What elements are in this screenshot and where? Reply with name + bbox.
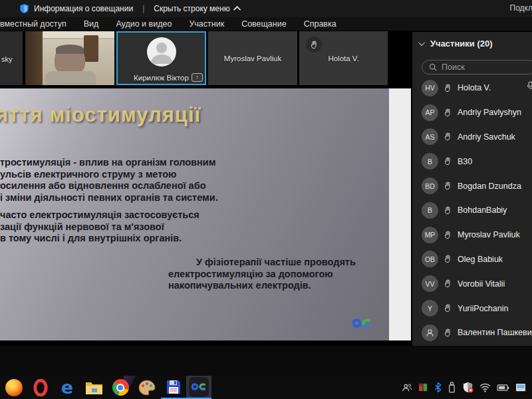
participant-avatar: B xyxy=(422,153,438,170)
slide-text-line: електростимуляцію за допомогою накопичув… xyxy=(168,269,362,292)
participant-name: Andriy Savchuk xyxy=(458,132,515,142)
participant-row[interactable]: Валентин Пашкевич xyxy=(412,321,532,345)
participant-row[interactable]: B B30 xyxy=(412,149,532,174)
participant-list: HV Holota V. AP xyxy=(412,76,532,345)
person-silhouette-icon xyxy=(147,37,176,66)
video-tile-partial[interactable]: sky xyxy=(0,31,23,85)
avatar-initials: BD xyxy=(425,182,435,190)
video-bg-ceiling xyxy=(43,31,114,39)
chevron-down-icon xyxy=(418,39,425,46)
slide-paragraph: тростимуляція - вплив на організм головн… xyxy=(0,157,218,203)
slide-title: яття міостимуляції xyxy=(0,103,201,127)
avatar-initials: B xyxy=(428,158,432,166)
participants-header[interactable]: Участники (20) xyxy=(420,39,493,49)
participant-row[interactable]: MP Myroslav Pavliuk xyxy=(412,223,532,247)
raised-hand-icon xyxy=(444,304,452,313)
person-hair xyxy=(56,45,84,54)
participant-name: YuriiPochanin xyxy=(458,304,508,313)
video-tile[interactable]: Myroslav Pavliuk xyxy=(208,31,297,85)
slide-text-line: ульсів електричного струму з метою xyxy=(0,169,218,181)
participant-name: Vorobii Vitalii xyxy=(458,279,505,289)
titlebar-separator: | xyxy=(142,4,144,13)
chrome-icon[interactable] xyxy=(108,376,133,399)
raised-hand-icon xyxy=(444,132,452,141)
mic-status-icon-clipped xyxy=(527,81,532,89)
slide-text-line: осилення або відновлення ослабленої або xyxy=(0,180,218,192)
participant-avatar: B xyxy=(422,202,438,219)
avatar-initials: AP xyxy=(425,108,434,116)
raised-hand-badge xyxy=(306,37,322,53)
meeting-info-button[interactable]: Информация о совещании xyxy=(34,4,133,13)
menu-item[interactable]: Совещание xyxy=(241,19,287,29)
paint-icon[interactable] xyxy=(134,376,160,399)
shared-presentation-slide: яття міостимуляції тростимуляція - вплив… xyxy=(0,88,389,340)
participant-row[interactable]: AP Andriy Pavlyshyn xyxy=(412,100,532,125)
menu-item[interactable]: Справка xyxy=(304,19,336,29)
wifi-icon[interactable] xyxy=(479,383,491,392)
slide-text-line: тростимуляція - вплив на організм головн… xyxy=(0,157,218,169)
video-tile-camera[interactable] xyxy=(25,31,114,85)
webex-app-icon[interactable] xyxy=(186,376,211,399)
slide-text-line: зації функцій нервової та м'язової xyxy=(0,221,200,233)
participant-avatar: HV xyxy=(422,80,438,96)
person-shoulders xyxy=(45,71,96,85)
menu-item[interactable]: Участник xyxy=(189,19,224,29)
slide-paragraph: часто електростимуляція застосовуєтьсяза… xyxy=(0,209,200,245)
display-icon[interactable] xyxy=(515,383,526,392)
slide-text-line: і зміни діяльності певних органів та сис… xyxy=(0,192,218,204)
opera-icon[interactable] xyxy=(28,376,53,399)
connection-status-label: Подключ xyxy=(510,3,532,13)
file-explorer-icon[interactable] xyxy=(81,376,106,399)
participant-avatar xyxy=(422,325,438,341)
usb-icon[interactable] xyxy=(448,382,456,393)
participant-name: Myroslav Pavliuk xyxy=(458,230,520,239)
meeting-control-bar: Включить микрофон Начать видео Совместны… xyxy=(0,346,532,376)
slide-paragraph: У фізіотерапії частіше проводять електро… xyxy=(168,257,362,292)
participant-avatar: AS xyxy=(422,128,438,145)
video-tile-active-speaker[interactable]: Кирилюк Віктор ↑ xyxy=(116,31,206,85)
defender-alert-icon[interactable] xyxy=(462,382,473,393)
participant-name: Валентин Пашкевич xyxy=(458,328,532,337)
menu-bar: вместный доступВидАудио и видеоУчастникС… xyxy=(0,17,532,31)
menu-item[interactable]: вместный доступ xyxy=(0,19,66,29)
video-tile-name: sky xyxy=(1,55,13,63)
window-titlebar: Информация о совещании | Скрыть строку м… xyxy=(0,0,532,17)
raised-hand-icon xyxy=(444,206,452,215)
shared-screen-white-margin xyxy=(389,88,411,340)
avatar-initials: Y xyxy=(428,305,432,313)
edge-icon[interactable]: e xyxy=(55,376,80,399)
participant-row[interactable]: AS Andriy Savchuk xyxy=(412,125,532,150)
raised-hand-icon xyxy=(310,41,319,49)
raised-hand-icon xyxy=(444,255,452,263)
search-placeholder: Поиск xyxy=(442,63,465,72)
participant-name: Andriy Pavlyshyn xyxy=(458,108,521,117)
menu-item[interactable]: Вид xyxy=(84,19,99,29)
sharing-indicator-icon: ↑ xyxy=(192,73,203,82)
participant-row[interactable]: BD Bogdan Dzundza xyxy=(412,174,532,198)
bluetooth-icon[interactable] xyxy=(434,382,442,393)
video-tile[interactable]: Holota V. xyxy=(299,31,388,85)
participant-name: Bogdan Dzundza xyxy=(458,182,521,191)
avatar-initials: AS xyxy=(425,133,434,141)
raised-hand-icon xyxy=(444,108,452,117)
participant-row[interactable]: Y YuriiPochanin xyxy=(412,296,532,321)
floppy-app-icon[interactable] xyxy=(161,376,186,399)
avatar xyxy=(147,37,176,66)
menu-item[interactable]: Аудио и видео xyxy=(116,19,172,29)
people-icon[interactable] xyxy=(402,383,412,392)
participant-row[interactable]: B BohdanBabiy xyxy=(412,198,532,223)
raised-hand-icon xyxy=(444,182,452,190)
participant-row[interactable]: HV Holota V. xyxy=(412,76,532,100)
participants-panel: Участники (20) Поиск HV Holota V xyxy=(412,32,532,346)
battery-icon[interactable] xyxy=(497,384,509,392)
firefox-icon[interactable] xyxy=(1,376,27,399)
search-icon xyxy=(429,63,437,71)
webex-logo-icon xyxy=(352,316,371,331)
hide-menu-button[interactable]: Скрыть строку меню xyxy=(154,4,229,13)
color-app-icon[interactable] xyxy=(418,382,428,392)
participant-search-input[interactable]: Поиск xyxy=(422,60,532,74)
video-bg-wardrobe xyxy=(25,31,43,85)
participant-name: B30 xyxy=(458,157,472,166)
participant-row[interactable]: VV Vorobii Vitalii xyxy=(412,271,532,296)
participant-row[interactable]: OB Oleg Babiuk xyxy=(412,247,532,272)
